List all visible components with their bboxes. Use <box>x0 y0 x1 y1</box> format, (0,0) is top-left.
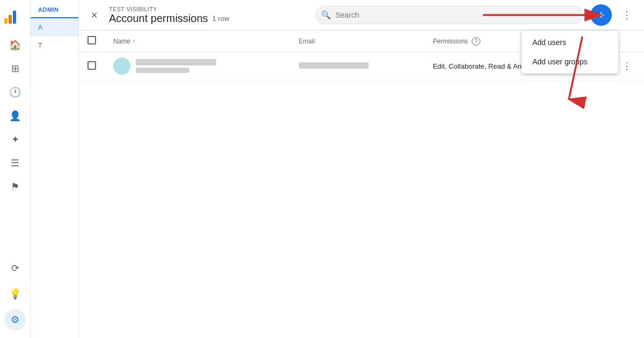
user-email-blurred <box>299 62 369 69</box>
panel-item-a[interactable]: A <box>31 18 78 36</box>
search-input[interactable] <box>316 6 584 24</box>
page-title-text: Account permissions <box>109 12 208 25</box>
sidebar-bottom: ⟳ 💡 ⚙ <box>4 258 26 338</box>
title-area: Test VISIBILITY Account permissions 1 ro… <box>109 6 229 25</box>
panel-tab-admin[interactable]: ADMIN <box>31 0 78 18</box>
sidebar-icon-behavior[interactable]: ☰ <box>4 152 26 174</box>
sidebar-icon-bulb[interactable]: 💡 <box>4 283 26 305</box>
search-container: 🔍 <box>316 6 584 24</box>
row-more-button[interactable]: ⋮ <box>618 57 635 75</box>
header-checkbox-cell <box>79 31 105 52</box>
sidebar-icon-flag[interactable]: ⚑ <box>4 176 26 197</box>
add-user-groups-item[interactable]: Add user groups <box>522 52 618 71</box>
sidebar-icon-acquisition[interactable]: ✦ <box>4 129 26 150</box>
sidebar-icon-settings[interactable]: ⚙ <box>4 309 26 330</box>
sidebar-icon-link[interactable]: ⟳ <box>4 258 26 279</box>
row-name-cell <box>105 52 290 80</box>
sidebar-icon-home[interactable]: 🏠 <box>4 34 26 56</box>
header-name-label: Name <box>113 38 130 45</box>
page-subtitle: Test VISIBILITY <box>109 6 229 12</box>
dropdown-menu: Add users Add user groups <box>522 31 618 74</box>
header-permissions-label: Permissions <box>433 37 467 45</box>
main-content: ✕ Test VISIBILITY Account permissions 1 … <box>79 0 644 338</box>
add-users-item[interactable]: Add users <box>522 33 618 52</box>
logo-bar-2 <box>9 15 12 24</box>
search-icon: 🔍 <box>321 10 331 20</box>
topbar: ✕ Test VISIBILITY Account permissions 1 … <box>79 0 644 31</box>
app-logo <box>0 5 30 34</box>
row-email-cell <box>290 52 425 80</box>
logo-bars <box>4 11 16 24</box>
page-title: Account permissions 1 row <box>109 12 229 25</box>
sidebar-panel: ADMIN A T <box>31 0 79 338</box>
add-button[interactable]: + <box>590 4 612 26</box>
header-name[interactable]: Name ↑ <box>105 31 290 52</box>
row-count-badge: 1 row <box>213 14 230 23</box>
sidebar-narrow: 🏠 ⊞ 🕐 👤 ✦ ☰ ⚑ ⟳ 💡 ⚙ <box>0 0 31 338</box>
permissions-help-icon[interactable]: ? <box>472 37 480 46</box>
table-area: Name ↑ Email Permissions ? <box>79 31 644 338</box>
row-checkbox[interactable] <box>87 61 96 70</box>
user-name-blurred <box>136 59 216 65</box>
close-button[interactable]: ✕ <box>85 6 103 24</box>
row-checkbox-cell <box>79 52 105 80</box>
sort-icon: ↑ <box>132 38 135 45</box>
select-all-checkbox[interactable] <box>87 36 96 45</box>
sidebar-icon-person[interactable]: 👤 <box>4 105 26 127</box>
more-button[interactable]: ⋮ <box>618 6 635 24</box>
logo-bar-3 <box>13 11 16 24</box>
user-detail-blurred <box>136 68 189 73</box>
logo-bar-1 <box>4 18 8 24</box>
panel-item-t[interactable]: T <box>31 36 78 55</box>
avatar <box>113 57 130 75</box>
header-email: Email <box>290 31 425 52</box>
sidebar-icon-dashboard[interactable]: ⊞ <box>4 58 26 79</box>
sidebar-icon-clock[interactable]: 🕐 <box>4 82 26 103</box>
